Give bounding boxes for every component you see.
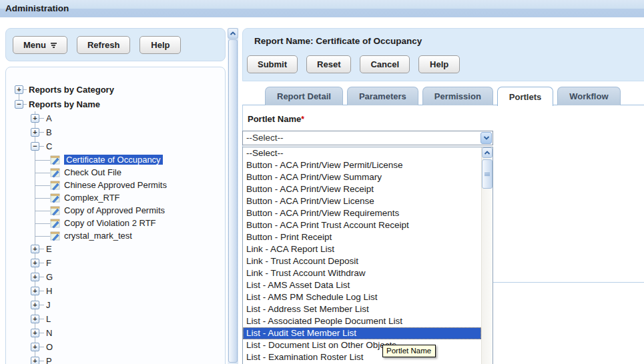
- scroll-up-button[interactable]: [228, 28, 238, 39]
- tree-node-label[interactable]: H: [46, 286, 52, 296]
- tree-node-label[interactable]: A: [46, 113, 52, 123]
- tree-leaf-label[interactable]: Complex_RTF: [64, 193, 120, 203]
- expand-toggle-icon[interactable]: +: [31, 315, 39, 323]
- help-button-left[interactable]: Help: [139, 36, 181, 54]
- tree-node-letter-o[interactable]: +O: [31, 340, 225, 354]
- tree-node-letter-n[interactable]: +N: [31, 326, 225, 340]
- expand-toggle-icon[interactable]: +: [15, 85, 23, 94]
- tree-node-label[interactable]: N: [46, 328, 52, 338]
- tree-node-reports-by-category[interactable]: + Reports by Category: [15, 82, 225, 97]
- tree-leaf-crystal-mark-test[interactable]: crystal_mark_test: [50, 229, 225, 242]
- tree-node-label[interactable]: Reports by Name: [29, 99, 100, 109]
- expand-toggle-icon[interactable]: +: [31, 343, 39, 351]
- submit-button[interactable]: Submit: [247, 55, 298, 73]
- select-dropdown-button[interactable]: [480, 132, 492, 144]
- tab-workflow[interactable]: Workflow: [557, 87, 620, 105]
- dropdown-option[interactable]: Link - Trust Account Deposit: [243, 255, 481, 267]
- app-header: Administration: [0, 0, 644, 17]
- tree-node-letter-g[interactable]: +G: [31, 270, 225, 284]
- panel-scrollbar[interactable]: [228, 28, 238, 364]
- expand-toggle-icon[interactable]: +: [31, 301, 39, 309]
- dropdown-option[interactable]: List - Address Set Member List: [243, 303, 481, 315]
- tree-node-letter-h[interactable]: +H: [31, 284, 225, 298]
- reset-button[interactable]: Reset: [306, 55, 351, 73]
- tree-leaf-label[interactable]: Copy of Violation 2 RTF: [64, 218, 156, 228]
- tree-leaf-label[interactable]: Copy of Approved Permits: [64, 205, 165, 215]
- dropdown-option[interactable]: Link - ACA Report List: [243, 243, 481, 255]
- tab-parameters[interactable]: Parameters: [347, 87, 418, 105]
- report-icon: [50, 193, 61, 203]
- select-current-value: --Select--: [243, 131, 493, 145]
- help-button-detail[interactable]: Help: [418, 55, 460, 73]
- tree-leaf-complex-rtf[interactable]: Complex_RTF: [50, 191, 225, 204]
- tree-node-letter-a[interactable]: + A: [31, 111, 225, 125]
- portlet-name-label: Portlet Name*: [248, 114, 304, 124]
- tree-node-label[interactable]: E: [46, 244, 52, 254]
- portlet-name-select[interactable]: --Select--: [242, 131, 493, 145]
- tree-leaf-label[interactable]: Chinese Approved Permits: [64, 180, 167, 190]
- expand-toggle-icon[interactable]: +: [31, 128, 39, 137]
- dropdown-option-selected[interactable]: List - Audit Set Member List: [243, 327, 481, 339]
- expand-toggle-icon[interactable]: +: [31, 329, 39, 337]
- tree-leaf-label[interactable]: crystal_mark_test: [64, 231, 132, 241]
- dropdown-option[interactable]: Button - ACA Print/View Requirements: [243, 207, 481, 219]
- tree-node-letter-j[interactable]: +J: [31, 298, 225, 312]
- expand-toggle-icon[interactable]: +: [31, 287, 39, 295]
- tree-node-letter-b[interactable]: + B: [31, 125, 225, 139]
- dropdown-option[interactable]: Button - ACA Print Trust Account Receipt: [243, 219, 481, 231]
- dropdown-option[interactable]: Button - ACA Print/View License: [243, 195, 481, 207]
- tree-node-letter-p[interactable]: +P: [31, 354, 225, 364]
- dropdown-option[interactable]: List - Associated People Document List: [243, 315, 481, 327]
- expand-toggle-icon[interactable]: +: [31, 259, 39, 267]
- tree-leaf-copy-of-approved-permits[interactable]: Copy of Approved Permits: [50, 204, 225, 217]
- cancel-button[interactable]: Cancel: [360, 55, 410, 73]
- administration-window: { "app": { "title": "Administration" }, …: [0, 0, 644, 364]
- dropdown-option[interactable]: --Select--: [243, 147, 481, 159]
- dropdown-option[interactable]: List - AMS PM Schedule Log List: [243, 291, 481, 303]
- tab-permission[interactable]: Permission: [422, 87, 493, 105]
- tree-node-letter-c[interactable]: − C: [31, 139, 225, 153]
- expand-toggle-icon[interactable]: +: [31, 114, 39, 123]
- tree-node-label[interactable]: B: [46, 127, 52, 137]
- dropdown-option[interactable]: List - Document List on Other Objects: [243, 339, 481, 351]
- tree-node-label[interactable]: J: [46, 300, 51, 310]
- tree-leaf-check-out-file[interactable]: Check Out File: [50, 166, 225, 179]
- dropdown-option[interactable]: Button - ACA Print/View Receipt: [243, 183, 481, 195]
- expand-toggle-icon[interactable]: +: [31, 245, 39, 253]
- scrollbar-thumb[interactable]: [228, 39, 238, 363]
- tree-node-label[interactable]: Reports by Category: [29, 85, 114, 95]
- tree-leaf-certificate-of-occupancy[interactable]: Certificate of Occupancy: [50, 153, 225, 166]
- dropdown-option[interactable]: Link - Trust Account Withdraw: [243, 267, 481, 279]
- tree-node-label[interactable]: F: [46, 258, 51, 268]
- dropdown-option[interactable]: Button - Print Receipt: [243, 231, 481, 243]
- dropdown-option[interactable]: Button - ACA Print/View Permit/License: [243, 159, 481, 171]
- tree-node-label[interactable]: O: [46, 342, 53, 352]
- expand-toggle-icon[interactable]: +: [31, 273, 39, 281]
- tree-node-label[interactable]: G: [46, 272, 53, 282]
- tab-report-detail[interactable]: Report Detail: [265, 87, 343, 105]
- dropdown-option[interactable]: Button - ACA Print/View Summary: [243, 171, 481, 183]
- tree-node-reports-by-name[interactable]: − Reports by Name: [15, 97, 225, 111]
- expand-toggle-icon[interactable]: +: [31, 357, 39, 364]
- collapse-toggle-icon[interactable]: −: [31, 142, 39, 151]
- dropdown-option[interactable]: List - AMS Asset Data List: [243, 279, 481, 291]
- tree-node-letter-e[interactable]: +E: [31, 242, 225, 256]
- tree-node-label[interactable]: C: [46, 141, 52, 151]
- collapse-toggle-icon[interactable]: −: [15, 100, 23, 109]
- menu-button[interactable]: Menu: [13, 36, 67, 54]
- tree-leaf-label[interactable]: Check Out File: [64, 167, 121, 177]
- dropdown-scroll-up-button[interactable]: [482, 147, 493, 158]
- refresh-button[interactable]: Refresh: [77, 36, 130, 54]
- tree-node-label[interactable]: P: [46, 356, 52, 364]
- tab-portlets[interactable]: Portlets: [497, 87, 553, 106]
- tree-leaf-chinese-approved-permits[interactable]: Chinese Approved Permits: [50, 179, 225, 191]
- dropdown-scrollbar[interactable]: [481, 147, 493, 364]
- portlet-name-dropdown-list: --Select-- Button - ACA Print/View Permi…: [242, 147, 493, 364]
- tree-leaf-label-selected[interactable]: Certificate of Occupancy: [64, 155, 163, 165]
- tree-leaf-copy-of-violation-2-rtf[interactable]: Copy of Violation 2 RTF: [50, 217, 225, 229]
- tree-node-letter-f[interactable]: +F: [31, 256, 225, 270]
- tree-node-label[interactable]: L: [46, 314, 51, 324]
- dropdown-scrollbar-thumb[interactable]: [482, 159, 493, 189]
- tree-node-letter-l[interactable]: +L: [31, 312, 225, 326]
- dropdown-option[interactable]: List - Examination Roster List: [243, 351, 481, 363]
